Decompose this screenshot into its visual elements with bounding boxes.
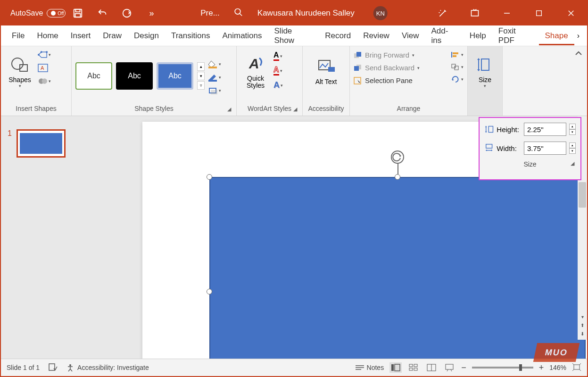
resize-handle-nw[interactable]: [207, 174, 212, 180]
style-preset-3[interactable]: Abc: [157, 62, 193, 90]
slide-counter[interactable]: Slide 1 of 1: [7, 364, 40, 371]
user-avatar[interactable]: KN: [373, 6, 388, 20]
chevron-down-icon: ▾: [484, 84, 486, 88]
ribbon: Shapes ▾ ▾ A ▾ Insert Shapes Abc Abc Abc…: [1, 46, 587, 116]
height-down-icon[interactable]: ▾: [569, 129, 576, 135]
save-icon[interactable]: [72, 8, 83, 19]
resize-handle-n[interactable]: [395, 174, 400, 180]
svg-rect-29: [354, 66, 359, 71]
rotate-handle-icon[interactable]: [391, 151, 404, 164]
size-button[interactable]: Size ▾: [472, 48, 498, 95]
resize-handle-w[interactable]: [207, 289, 212, 294]
autosave-toggle[interactable]: AutoSave Off: [10, 9, 66, 17]
dialog-launcher-icon[interactable]: ◢: [569, 160, 576, 167]
shapes-button[interactable]: Shapes ▾: [5, 48, 35, 95]
tab-scroll-right-icon[interactable]: ›: [574, 32, 582, 40]
maximize-icon[interactable]: [533, 8, 545, 19]
title-bar: AutoSave Off » Pre... Kawusara Nurudeen …: [1, 1, 587, 25]
reading-view-icon[interactable]: [425, 362, 438, 373]
user-name: Kawusara Nurudeen Salley: [257, 8, 355, 18]
gallery-up-icon[interactable]: ▴: [197, 62, 205, 71]
zoom-thumb[interactable]: [519, 364, 522, 371]
collapse-ribbon-icon[interactable]: [575, 46, 587, 116]
shape-fill-button[interactable]: ▾: [207, 60, 221, 68]
text-box-icon[interactable]: A: [38, 63, 51, 73]
tab-insert[interactable]: Insert: [65, 26, 97, 45]
shape-effects-button[interactable]: ▾: [207, 86, 221, 95]
dialog-launcher-icon[interactable]: ◢: [292, 106, 298, 113]
svg-rect-38: [489, 126, 493, 133]
search-icon[interactable]: [234, 8, 243, 19]
gallery-down-icon[interactable]: ▾: [197, 72, 205, 80]
present-icon[interactable]: [469, 8, 480, 19]
undo-icon[interactable]: [97, 8, 108, 19]
accessibility-status[interactable]: Accessibility: Investigate: [66, 363, 149, 372]
height-input[interactable]: [524, 123, 566, 136]
svg-rect-52: [414, 368, 417, 370]
tab-addins[interactable]: Add-ins: [425, 22, 463, 50]
bring-forward-button[interactable]: Bring Forward▾: [354, 51, 448, 59]
dialog-launcher-icon[interactable]: ◢: [226, 106, 232, 113]
minimize-icon[interactable]: [501, 8, 513, 19]
gallery-more-icon[interactable]: ▿: [197, 81, 205, 90]
text-effects-button[interactable]: A▾: [273, 80, 283, 90]
merge-shapes-icon[interactable]: ▾: [38, 76, 51, 86]
alt-text-button[interactable]: Alt Text: [311, 48, 341, 95]
notes-button[interactable]: Notes: [356, 364, 384, 371]
style-preset-2[interactable]: Abc: [116, 62, 153, 90]
tab-view[interactable]: View: [396, 26, 425, 45]
close-icon[interactable]: [565, 8, 577, 19]
rectangle-shape[interactable]: [209, 177, 586, 359]
height-up-icon[interactable]: ▴: [569, 124, 576, 129]
tab-shape-format[interactable]: Shape: [539, 26, 574, 45]
zoom-slider[interactable]: [472, 367, 533, 369]
width-down-icon[interactable]: ▾: [569, 148, 576, 154]
tab-record[interactable]: Record: [319, 26, 357, 45]
fit-window-icon[interactable]: [572, 363, 581, 373]
group-label-shape-styles: Shape Styles: [134, 105, 174, 112]
scroll-split-icon[interactable]: ▾: [578, 314, 587, 323]
height-icon: [484, 124, 494, 134]
tab-design[interactable]: Design: [128, 26, 165, 45]
next-slide-icon[interactable]: ⬇: [578, 331, 587, 340]
quick-styles-button[interactable]: A Quick Styles: [240, 48, 271, 95]
normal-view-icon[interactable]: [389, 362, 402, 373]
scrollbar-thumb[interactable]: [579, 182, 586, 208]
svg-point-12: [38, 54, 40, 56]
tab-file[interactable]: File: [6, 26, 31, 45]
zoom-out-icon[interactable]: −: [461, 363, 466, 373]
zoom-level[interactable]: 146%: [549, 364, 566, 371]
toggle-switch[interactable]: Off: [47, 9, 66, 17]
tab-draw[interactable]: Draw: [97, 26, 128, 45]
tab-help[interactable]: Help: [464, 26, 492, 45]
align-button[interactable]: ▾: [451, 51, 464, 59]
tab-foxit[interactable]: Foxit PDF: [492, 22, 539, 50]
rotate-button[interactable]: ▾: [451, 75, 464, 83]
text-fill-button[interactable]: A▾: [273, 51, 283, 61]
redo-icon[interactable]: [121, 8, 133, 19]
tab-animations[interactable]: Animations: [216, 26, 268, 45]
wand-icon[interactable]: [437, 8, 448, 19]
slide-thumbnail-1[interactable]: [17, 129, 66, 158]
send-backward-button[interactable]: Send Backward▾: [354, 64, 448, 72]
group-size: Size ▾: [468, 46, 503, 116]
tab-slideshow[interactable]: Slide Show: [268, 22, 319, 50]
sorter-view-icon[interactable]: [407, 362, 420, 373]
prev-slide-icon[interactable]: ⬆: [578, 323, 587, 331]
slideshow-view-icon[interactable]: [443, 362, 455, 373]
spellcheck-icon[interactable]: [48, 363, 58, 373]
overflow-icon[interactable]: »: [146, 8, 157, 19]
edit-shape-icon[interactable]: ▾: [38, 50, 51, 59]
selection-pane-button[interactable]: Selection Pane: [354, 76, 448, 84]
tab-review[interactable]: Review: [357, 26, 396, 45]
selected-shape[interactable]: [209, 177, 586, 359]
tab-home[interactable]: Home: [31, 26, 64, 45]
zoom-in-icon[interactable]: +: [539, 363, 544, 373]
tab-transitions[interactable]: Transitions: [165, 26, 216, 45]
group-button[interactable]: ▾: [451, 63, 464, 71]
width-up-icon[interactable]: ▴: [569, 142, 576, 148]
shape-outline-button[interactable]: ▾: [207, 73, 221, 82]
text-outline-button[interactable]: A▾: [273, 66, 283, 75]
style-preset-1[interactable]: Abc: [75, 62, 112, 90]
width-input[interactable]: [524, 142, 566, 155]
